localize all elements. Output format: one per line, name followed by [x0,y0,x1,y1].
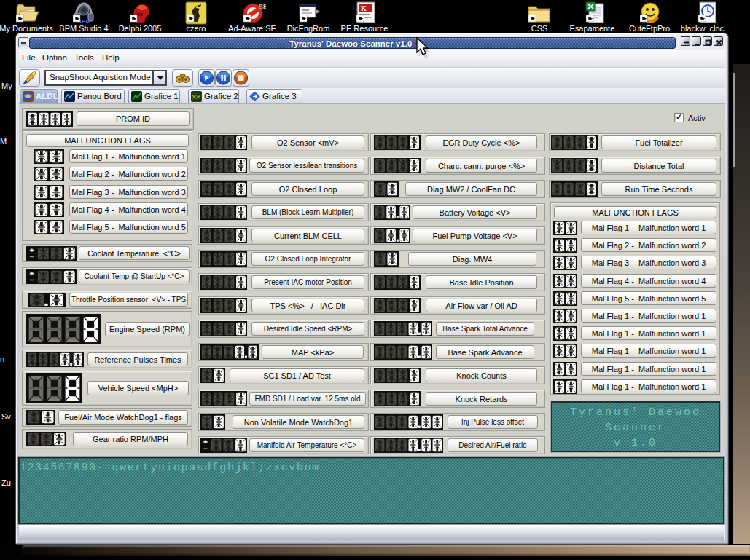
svg-text:K: K [361,4,367,12]
svg-text:SE: SE [259,3,266,10]
